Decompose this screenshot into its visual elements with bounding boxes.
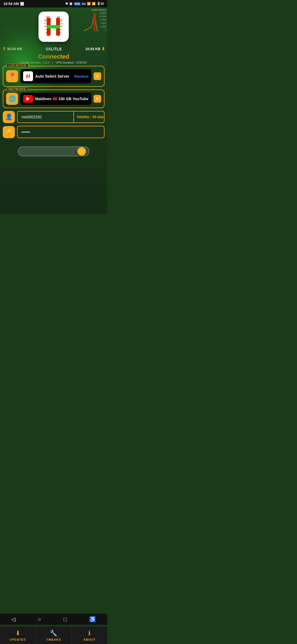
user-icon-btn: 👤 xyxy=(3,111,15,123)
status-bar: 10:54 AM ⬜ ✱ ⏰ VPN 4G 📶 📶 🔋62 xyxy=(0,0,107,7)
build-version-area: Build Version 15,000 12,000 9,000 xyxy=(83,9,106,31)
slider-thumb[interactable] xyxy=(77,147,86,156)
user-icon: 👤 xyxy=(5,113,13,121)
location-row: 📍 H Auto Select Server Random ▼ xyxy=(6,69,101,83)
network-row: 🌐 Maldives 🇲🇻 100 GB YouTube ▼ xyxy=(6,93,101,105)
download-icon: ⬆ xyxy=(2,46,6,51)
svg-line-18 xyxy=(60,23,63,24)
upload-stat: 16.93 KB ⬇ xyxy=(85,46,105,51)
username-input[interactable] xyxy=(18,111,74,122)
network-card[interactable]: Maldives 🇲🇻 100 GB YouTube xyxy=(20,93,91,105)
network-section: NETWORK 🌐 Maldives 🇲🇻 100 GB YouTube ▼ xyxy=(3,89,105,108)
chart-label-12k: 12,000 xyxy=(100,15,106,18)
location-section-label: LOCATION xyxy=(7,64,28,67)
app-logo xyxy=(38,12,69,42)
svg-line-3 xyxy=(48,16,48,18)
network-type: 4G xyxy=(82,2,86,6)
chart-label-15k: 15,000 xyxy=(100,12,106,14)
server-name: Auto Select Server xyxy=(35,74,72,78)
slider-track[interactable] xyxy=(18,146,89,156)
svg-line-14 xyxy=(59,16,60,18)
download-stat: ⬆ 30.54 KB xyxy=(2,46,22,51)
server-card[interactable]: H Auto Select Server Random xyxy=(20,69,91,83)
youtube-play-icon xyxy=(26,97,30,101)
key-icon-btn: 🔑 xyxy=(3,126,15,138)
top-section: Build Version 15,000 12,000 9,000 xyxy=(0,7,107,44)
location-section: LOCATION 📍 H Auto Select Server Random ▼ xyxy=(3,66,105,87)
server-logo: H xyxy=(23,71,33,81)
battery-icon: 🔋62 xyxy=(97,2,104,6)
location-icon-btn[interactable]: 📍 xyxy=(6,70,18,82)
location-pin-icon: 📍 xyxy=(9,73,16,80)
build-chart-svg xyxy=(83,12,98,31)
upload-value: 16.93 KB xyxy=(85,47,100,51)
svg-line-17 xyxy=(60,21,62,21)
upload-icon: ⬇ xyxy=(101,46,105,51)
username-row: 👤 Validity : 30 days xyxy=(3,111,105,123)
main-background: Build Version 15,000 12,000 9,000 xyxy=(0,7,107,214)
svg-line-16 xyxy=(60,19,62,20)
random-label[interactable]: Random xyxy=(74,74,89,78)
status-time: 10:54 AM xyxy=(3,2,19,6)
chart-label-6k: 6,000 xyxy=(100,22,106,24)
chart-label-9k: 9,000 xyxy=(100,18,106,21)
validity-label: Validity : 30 days xyxy=(74,111,105,122)
logo-svg xyxy=(43,16,65,38)
bluetooth-icon: ✱ xyxy=(65,2,68,6)
signal-icon: 📶 xyxy=(87,2,91,6)
key-icon: 🔑 xyxy=(5,129,13,136)
location-dropdown-btn[interactable]: ▼ xyxy=(94,72,101,80)
network-icon-btn[interactable]: 🌐 xyxy=(6,93,18,105)
svg-rect-0 xyxy=(94,13,96,31)
slider-section xyxy=(3,141,105,160)
password-row: 🔑 xyxy=(3,126,105,138)
chart-label-3k: 3,000 xyxy=(100,25,106,28)
content-area: LOCATION 📍 H Auto Select Server Random ▼… xyxy=(0,66,107,202)
svg-rect-26 xyxy=(47,25,60,28)
youtube-logo xyxy=(23,95,33,103)
signal-icon-2: 📶 xyxy=(92,2,96,6)
username-input-group[interactable]: Validity : 30 days xyxy=(17,111,105,123)
connected-text: Connected xyxy=(0,53,107,60)
stats-row: ⬆ 30.54 KB SSL/TLS 16.93 KB ⬇ xyxy=(0,45,107,53)
vpn-duration: VPN Duration : 0:00:04 xyxy=(56,61,87,64)
network-name: Maldives 🇲🇻 100 GB YouTube xyxy=(35,97,89,101)
globe-icon: 🌐 xyxy=(9,95,16,102)
alarm-icon: ⏰ xyxy=(69,2,73,6)
download-value: 30.54 KB xyxy=(7,47,22,51)
svg-line-5 xyxy=(45,19,47,20)
protocol-label: SSL/TLS xyxy=(46,47,62,51)
network-section-label: NETWORK xyxy=(7,87,28,91)
password-input[interactable] xyxy=(17,126,105,138)
svg-line-8 xyxy=(45,26,47,27)
svg-line-19 xyxy=(60,26,62,27)
build-version-label: Build Version xyxy=(83,9,106,11)
network-dropdown-btn[interactable]: ▼ xyxy=(94,95,101,103)
svg-line-7 xyxy=(44,23,47,24)
svg-line-6 xyxy=(44,21,47,21)
chart-label-0: 0 xyxy=(100,29,106,31)
vpn-badge: VPN xyxy=(74,2,81,6)
connected-section: Connected Config Version : 1.0.4 | VPN D… xyxy=(0,53,107,64)
screen-record-icon: ⬜ xyxy=(20,2,24,6)
